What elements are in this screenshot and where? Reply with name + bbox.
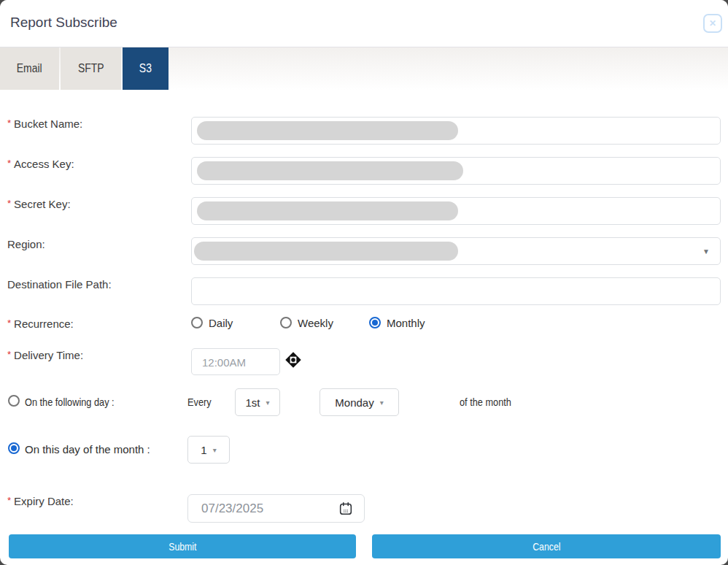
calendar-icon[interactable] bbox=[338, 501, 354, 517]
recurrence-monthly-radio[interactable] bbox=[369, 317, 381, 328]
expiry-date-input[interactable]: 07/23/2025 bbox=[187, 494, 365, 523]
day-value: 1 bbox=[201, 444, 206, 456]
tab-sftp-label: SFTP bbox=[78, 61, 104, 76]
following-day-every-label: Every bbox=[187, 396, 215, 408]
required-marker: * bbox=[7, 118, 11, 128]
recurrence-weekly-label: Weekly bbox=[298, 317, 333, 329]
day-of-month-select[interactable]: 1 ▾ bbox=[187, 436, 230, 464]
recurrence-daily-radio[interactable] bbox=[191, 317, 203, 328]
expiry-date-label: *Expiry Date: bbox=[7, 495, 74, 509]
cancel-button-label: Cancel bbox=[533, 540, 560, 553]
caret-down-icon: ▾ bbox=[213, 446, 217, 454]
caret-down-icon: ▾ bbox=[266, 399, 269, 407]
secret-key-redacted-value bbox=[197, 201, 458, 220]
region-label: Region: bbox=[7, 238, 45, 251]
recurrence-monthly-label: Monthly bbox=[387, 317, 425, 329]
bucket-name-redacted-value bbox=[197, 121, 458, 140]
close-button[interactable]: ✕ bbox=[703, 14, 722, 33]
tab-s3[interactable]: S3 bbox=[123, 47, 169, 90]
region-redacted-value bbox=[194, 242, 458, 261]
tab-sftp[interactable]: SFTP bbox=[61, 47, 121, 90]
following-day-radio[interactable] bbox=[8, 395, 20, 407]
weekday-value: Monday bbox=[335, 396, 373, 409]
following-day-ordinal-select[interactable]: 1st ▾ bbox=[235, 388, 280, 416]
following-day-suffix-label: of the month bbox=[460, 396, 520, 408]
expiry-date-value: 07/23/2025 bbox=[201, 501, 263, 516]
close-icon: ✕ bbox=[709, 18, 716, 28]
tab-s3-label: S3 bbox=[139, 61, 152, 76]
delivery-time-label: *Delivery Time: bbox=[7, 349, 83, 363]
following-day-label: On the following day : bbox=[25, 396, 130, 408]
required-marker: * bbox=[7, 495, 11, 506]
day-of-month-label: On this day of the month : bbox=[25, 443, 150, 456]
delivery-time-value: 12:00AM bbox=[202, 356, 246, 369]
secret-key-label: *Secret Key: bbox=[7, 198, 71, 212]
submit-button[interactable]: Submit bbox=[9, 534, 356, 558]
recurrence-weekly-radio[interactable] bbox=[280, 317, 292, 328]
recurrence-daily-label: Daily bbox=[209, 317, 233, 329]
following-day-weekday-select[interactable]: Monday ▾ bbox=[320, 388, 399, 416]
tab-email-label: Email bbox=[17, 61, 42, 76]
submit-button-label: Submit bbox=[169, 540, 196, 553]
access-key-label: *Access Key: bbox=[7, 158, 74, 172]
tab-email[interactable]: Email bbox=[0, 47, 59, 90]
recurrence-label: *Recurrence: bbox=[7, 318, 74, 331]
chevron-down-icon: ▼ bbox=[702, 247, 710, 255]
required-marker: * bbox=[7, 318, 11, 328]
access-key-redacted-value bbox=[197, 161, 463, 180]
caret-down-icon: ▾ bbox=[380, 399, 384, 407]
day-of-month-radio[interactable] bbox=[8, 442, 20, 454]
ordinal-value: 1st bbox=[245, 396, 260, 409]
dialog-header: Report Subscribe ✕ bbox=[0, 0, 728, 47]
tab-strip: Email SFTP S3 bbox=[0, 47, 728, 90]
destination-file-path-input[interactable] bbox=[191, 277, 721, 305]
bucket-name-label: *Bucket Name: bbox=[7, 118, 82, 131]
required-marker: * bbox=[7, 158, 11, 169]
delivery-time-input[interactable]: 12:00AM bbox=[191, 348, 280, 375]
dialog-title: Report Subscribe bbox=[10, 15, 117, 31]
required-marker: * bbox=[7, 198, 11, 209]
required-marker: * bbox=[7, 349, 11, 360]
time-adjust-move-icon[interactable] bbox=[284, 350, 303, 369]
destination-file-path-label: Destination File Path: bbox=[7, 278, 112, 291]
report-subscribe-dialog: Report Subscribe ✕ Email SFTP S3 *Bucket… bbox=[0, 0, 728, 565]
cancel-button[interactable]: Cancel bbox=[372, 534, 721, 558]
